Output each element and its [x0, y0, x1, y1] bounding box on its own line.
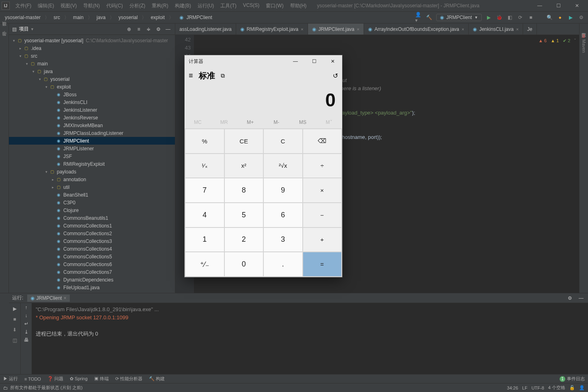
calc-key[interactable]: C: [264, 129, 302, 153]
tree-row[interactable]: ◉JMXInvokeMBean: [9, 121, 175, 129]
soft-wrap-button[interactable]: ↵: [24, 321, 28, 327]
calc-key[interactable]: CE: [225, 129, 263, 153]
menu-item[interactable]: 视图(V): [58, 2, 79, 10]
tree-arrow-icon[interactable]: ▾: [31, 69, 36, 74]
calc-maximize-button[interactable]: ☐: [305, 55, 323, 67]
tree-row[interactable]: ◉CommonsBeanutils1: [9, 214, 175, 222]
breadcrumb-item[interactable]: java: [95, 15, 107, 20]
scroll-to-end-button[interactable]: ⤓: [24, 329, 28, 335]
calc-key[interactable]: 4: [185, 203, 224, 227]
debug-button[interactable]: 🐞: [495, 14, 503, 21]
tree-arrow-icon[interactable]: ▸: [18, 46, 23, 50]
menu-item[interactable]: 编辑(E): [35, 2, 56, 10]
calc-key[interactable]: 1: [185, 228, 224, 252]
indent-info[interactable]: 4 个空格: [548, 385, 565, 391]
tree-arrow-icon[interactable]: ▾: [44, 85, 49, 89]
calc-mem-ms[interactable]: MS: [290, 116, 316, 128]
tree-row[interactable]: ◉C3P0: [9, 199, 175, 206]
stop-button[interactable]: ■: [11, 315, 19, 323]
tree-row[interactable]: ◉CommonsCollections6: [9, 260, 175, 268]
build-icon[interactable]: 🔨: [426, 14, 433, 21]
bottom-tool-tab[interactable]: ✿ Spring: [70, 376, 88, 381]
calc-key[interactable]: 8: [225, 178, 263, 202]
bottom-tool-tab[interactable]: ▶ 运行: [3, 376, 18, 382]
tree-row[interactable]: ▸▢.idea: [9, 44, 175, 52]
tree-row[interactable]: ▾▢java: [9, 67, 175, 75]
bottom-tool-tab[interactable]: ❓ 问题: [47, 376, 63, 382]
calc-key[interactable]: =: [303, 252, 342, 276]
project-panel-title[interactable]: 项目 ▼: [19, 26, 123, 32]
calc-key[interactable]: 6: [264, 203, 302, 227]
event-log-tab[interactable]: 1 事件日志: [560, 376, 585, 382]
tool-tab-maven[interactable]: m Maven: [581, 32, 587, 55]
down-button[interactable]: ↓: [25, 313, 28, 318]
tree-row[interactable]: ◉JenkinsCLI: [9, 98, 175, 106]
hide-panel-icon[interactable]: —: [164, 26, 172, 33]
tree-row[interactable]: ▸▢util: [9, 183, 175, 191]
breadcrumb-item[interactable]: src: [52, 15, 62, 20]
calc-menu-icon[interactable]: ≡: [189, 71, 193, 80]
editor-tab[interactable]: ◉RMIRegistryExploit.java×: [236, 24, 308, 35]
close-icon[interactable]: ×: [301, 27, 303, 32]
tree-row[interactable]: ◉CommonsCollections4: [9, 245, 175, 253]
error-indicator[interactable]: ▲ 6: [538, 37, 547, 45]
console-output[interactable]: "C:\Program Files\Java\jdk1.8.0_291\bin\…: [32, 303, 588, 374]
tool-tab-database[interactable]: 数据库: [580, 27, 588, 32]
calc-key[interactable]: +: [303, 228, 342, 252]
tree-row[interactable]: ◉CommonsCollections3: [9, 237, 175, 245]
rerun-button[interactable]: ▶: [11, 305, 19, 313]
tree-arrow-icon[interactable]: ▸: [50, 185, 55, 189]
calc-key[interactable]: ⁺⁄₋: [185, 252, 224, 276]
menu-item[interactable]: 导航(N): [81, 2, 102, 10]
calc-key[interactable]: ⌫: [303, 129, 342, 153]
tree-row[interactable]: ▾▢main: [9, 60, 175, 67]
calc-key[interactable]: .: [264, 252, 302, 276]
calc-key[interactable]: 9: [264, 178, 302, 202]
tree-row[interactable]: ◉JRMPListener: [9, 145, 175, 152]
close-icon[interactable]: ×: [516, 27, 519, 32]
menu-item[interactable]: 重构(R): [149, 2, 171, 10]
tree-row[interactable]: ▾▢src: [9, 52, 175, 60]
inspection-indicators[interactable]: ▲ 6 ▲ 1 ✔ 2 ˇ: [538, 37, 576, 45]
tree-row[interactable]: ▾▢ysoserial-master [ysoserial]C:\C\Markd…: [9, 37, 175, 44]
tree-row[interactable]: ◉CommonsCollections7: [9, 268, 175, 276]
tree-row[interactable]: ▾▢ysoserial: [9, 75, 175, 83]
tree-row[interactable]: ◉RMIRegistryExploit: [9, 160, 175, 168]
menu-item[interactable]: 帮助(H): [288, 2, 309, 10]
breadcrumb-item[interactable]: ysoserial: [117, 15, 139, 20]
calc-key[interactable]: %: [185, 129, 224, 153]
calc-key[interactable]: ÷: [303, 154, 342, 178]
editor-tab[interactable]: Je: [523, 24, 537, 35]
calc-mem-m+[interactable]: M+: [237, 116, 263, 128]
run-hide-icon[interactable]: —: [577, 295, 585, 302]
inspection-chevron-icon[interactable]: ˇ: [574, 37, 576, 45]
tree-row[interactable]: ◉JRMPClient: [9, 137, 175, 145]
panel-settings-icon[interactable]: ⚙: [155, 26, 162, 33]
tree-arrow-icon[interactable]: ▾: [44, 170, 49, 174]
tree-row[interactable]: ◉FileUpload1.java: [9, 284, 175, 291]
calc-key[interactable]: 2: [225, 228, 263, 252]
select-opened-file-icon[interactable]: ⊕: [125, 26, 133, 33]
bottom-tool-tab[interactable]: 🔨 构建: [149, 376, 165, 382]
tree-row[interactable]: ▾▢exploit: [9, 83, 175, 91]
calc-mem-m-[interactable]: M-: [263, 116, 290, 128]
tree-arrow-icon[interactable]: ▸: [50, 178, 55, 182]
tool-tab-project[interactable]: 项目: [0, 27, 8, 32]
close-button[interactable]: ✕: [568, 0, 586, 11]
layout-button[interactable]: ◫: [11, 336, 19, 344]
menu-item[interactable]: 分析(Z): [127, 2, 148, 10]
menu-item[interactable]: 构建(B): [172, 2, 194, 10]
menu-item[interactable]: 代码(C): [104, 2, 125, 10]
calc-titlebar[interactable]: 计算器 — ☐ ✕: [185, 55, 342, 67]
print-button[interactable]: 🖶: [24, 337, 29, 343]
breadcrumb-item[interactable]: exploit: [149, 15, 166, 20]
calc-minimize-button[interactable]: —: [286, 55, 305, 67]
user-icon[interactable]: 👤▾: [415, 14, 422, 21]
bottom-tool-tab[interactable]: ▣ 终端: [94, 376, 109, 382]
breadcrumb-item[interactable]: ysoserial-master: [3, 15, 42, 20]
calculator-window[interactable]: 计算器 — ☐ ✕ ≡ 标准 ⧉ ↺ 0 MCMRM+M-MSM˅ %CEC⌫¹…: [184, 55, 342, 277]
tree-row[interactable]: ◉CommonsCollections5: [9, 253, 175, 260]
editor-tab[interactable]: ◉JenkinsCLI.java×: [469, 24, 523, 35]
up-button[interactable]: ↑: [25, 305, 28, 310]
editor-tab[interactable]: ◉ArrayIndexOutOfBoundsException.java×: [364, 24, 469, 35]
